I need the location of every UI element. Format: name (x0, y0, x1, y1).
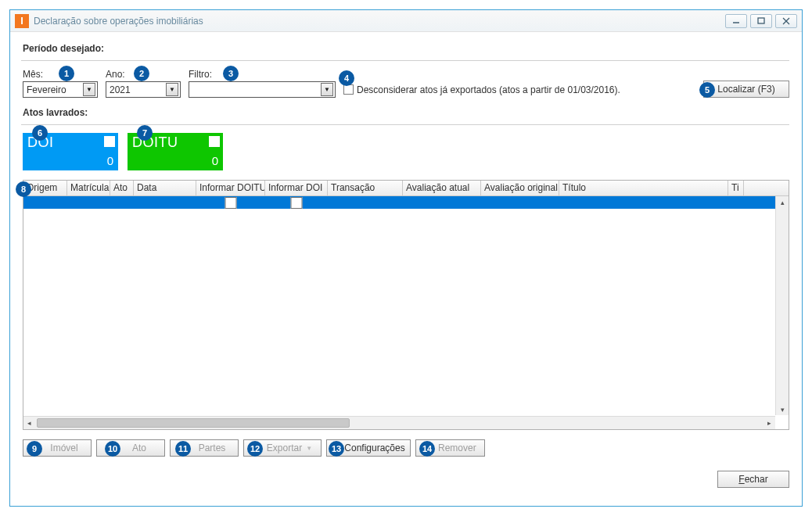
minimize-icon (732, 17, 740, 25)
selected-cell (110, 196, 134, 209)
remover-label: Remover (438, 443, 476, 453)
hint-6: 6 (32, 125, 48, 141)
localizar-button[interactable]: Localizar (F3) 5 (703, 81, 789, 98)
localizar-field: Localizar (F3) 5 (703, 81, 789, 98)
exportar-label: Exportar (267, 443, 302, 453)
cards-row: DOI 0 6 DOITU 0 7 (23, 133, 789, 170)
ano-combo[interactable]: 2021 ▼ (106, 81, 181, 98)
hint-13: 13 (329, 441, 344, 457)
doi-count: 0 (107, 154, 113, 167)
selected-cell (328, 196, 403, 209)
fechar-label: Fechar (738, 474, 767, 485)
disregard-row[interactable]: Desconsiderar atos já exportados (atos a… (343, 81, 695, 98)
window-title: Declaração sobre operações imobiliárias (34, 16, 725, 27)
hint-12: 12 (247, 441, 263, 457)
hint-10: 10 (105, 441, 120, 457)
grid-header: OrigemMatrículaAtoDataInformar DOITUInfo… (23, 181, 789, 196)
doitu-checkbox[interactable] (209, 136, 220, 147)
selected-cell (196, 196, 265, 209)
atos-rule (21, 124, 789, 125)
localizar-label: Localizar (F3) (717, 84, 774, 95)
window-controls (725, 14, 797, 28)
maximize-icon (757, 17, 765, 25)
ato-button[interactable]: 10 Ato (96, 439, 165, 457)
filtro-label: Filtro: (189, 69, 336, 80)
column-header[interactable]: Informar DOI (265, 181, 328, 195)
toolbar: 9 Imóvel 10 Ato 11 Partes 12 Exportar ▼ … (23, 439, 789, 457)
selected-cell (265, 196, 328, 209)
period-group-title: Período desejado: (23, 43, 789, 54)
period-rule (21, 60, 789, 61)
sort-asc-icon: ▲ (739, 182, 744, 193)
column-header[interactable]: Ato (110, 181, 134, 195)
filtro-field: Filtro: ▼ 3 (189, 69, 336, 98)
selected-cell (134, 196, 196, 209)
maximize-button[interactable] (750, 14, 772, 28)
ato-label: Ato (132, 443, 146, 453)
selected-cell (67, 196, 110, 209)
chevron-down-icon: ▼ (166, 83, 178, 96)
scroll-up-icon[interactable]: ▴ (777, 196, 789, 208)
ano-field: Ano: 2021 ▼ 2 (106, 69, 181, 98)
content-area: Período desejado: Mês: Fevereiro ▼ 1 Ano… (10, 32, 802, 506)
vertical-scrollbar[interactable]: ▴ ▾ (775, 196, 789, 415)
hint-9: 9 (27, 441, 42, 457)
mes-combo[interactable]: Fevereiro ▼ (23, 81, 98, 98)
scroll-right-icon[interactable]: ▸ (763, 417, 775, 429)
scroll-left-icon[interactable]: ◂ (23, 417, 35, 429)
doitu-card[interactable]: DOITU 0 7 (128, 133, 223, 170)
doi-checkbox[interactable] (104, 136, 115, 147)
chevron-down-icon: ▼ (83, 83, 95, 96)
footer: Fechar (23, 471, 789, 488)
period-row: Mês: Fevereiro ▼ 1 Ano: 2021 ▼ 2 Filtro: (23, 69, 789, 98)
selected-cell (23, 196, 67, 209)
column-header[interactable]: Transação (328, 181, 403, 195)
selected-cell (481, 196, 559, 209)
svg-rect-1 (758, 18, 764, 23)
ano-value: 2021 (110, 84, 166, 95)
selected-row[interactable] (23, 196, 789, 209)
column-header[interactable]: Título (559, 181, 728, 195)
hint-4: 4 (339, 70, 354, 86)
column-header[interactable]: Avaliação atual (403, 181, 481, 195)
chevron-down-icon: ▼ (306, 445, 312, 452)
column-header[interactable]: Data (134, 181, 196, 195)
config-button[interactable]: 13 Configurações (326, 439, 411, 457)
hint-1: 1 (59, 66, 74, 81)
grid[interactable]: 8 OrigemMatrículaAtoDataInformar DOITUIn… (23, 180, 789, 430)
minimize-button[interactable] (725, 14, 747, 28)
imovel-button[interactable]: 9 Imóvel (23, 439, 92, 457)
doi-card[interactable]: DOI 0 6 (23, 133, 118, 170)
hint-5: 5 (699, 82, 715, 98)
hint-3: 3 (223, 66, 239, 81)
selected-cell (559, 196, 728, 209)
hint-2: 2 (134, 66, 149, 81)
disregard-label: Desconsiderar atos já exportados (atos a… (357, 84, 620, 95)
partes-label: Partes (199, 443, 226, 453)
fechar-button[interactable]: Fechar (717, 471, 789, 488)
partes-button[interactable]: 11 Partes (170, 439, 239, 457)
selected-cell (403, 196, 481, 209)
remover-button[interactable]: 14 Remover (415, 439, 485, 457)
config-label: Configurações (344, 443, 404, 453)
close-icon (782, 17, 790, 25)
scroll-thumb[interactable] (37, 418, 350, 428)
doitu-count: 0 (212, 154, 218, 167)
column-header[interactable]: Avaliação original (481, 181, 559, 195)
chevron-down-icon: ▼ (321, 83, 333, 96)
mes-field: Mês: Fevereiro ▼ 1 (23, 69, 98, 98)
exportar-button[interactable]: 12 Exportar ▼ (243, 439, 322, 457)
selected-cell (728, 196, 744, 209)
scroll-down-icon[interactable]: ▾ (777, 403, 789, 415)
close-button[interactable] (775, 14, 797, 28)
imovel-label: Imóvel (50, 443, 77, 453)
horizontal-scrollbar[interactable]: ◂ ▸ (23, 416, 775, 429)
filtro-combo[interactable]: ▼ (189, 81, 336, 98)
disregard-field: Desconsiderar atos já exportados (atos a… (343, 81, 695, 98)
column-header[interactable]: Informar DOITU (196, 181, 265, 195)
column-header[interactable]: Matrícula (67, 181, 110, 195)
column-header[interactable]: Ti ▲ (728, 181, 744, 195)
hint-11: 11 (175, 441, 191, 457)
app-icon: I (15, 14, 29, 28)
main-window: I Declaração sobre operações imobiliária… (9, 9, 803, 507)
